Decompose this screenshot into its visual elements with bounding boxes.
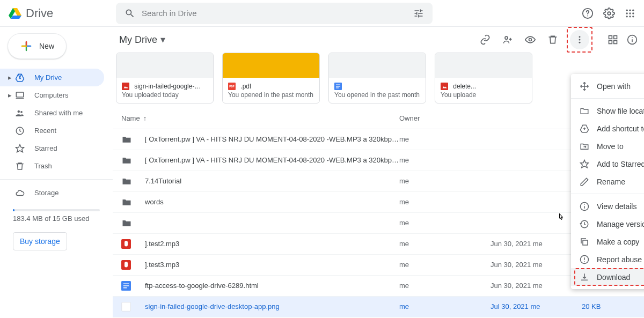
file-owner: me — [399, 135, 491, 143]
menu-report-abuse[interactable]: Report abuse — [571, 250, 644, 268]
svg-point-8 — [632, 9, 634, 11]
suggested-name: delete... — [453, 83, 476, 90]
suggested-card[interactable]: delete... You uploade — [435, 53, 532, 103]
suggested-card[interactable]: You opened in the past month — [328, 53, 426, 103]
sidebar-item-label: Recent — [34, 127, 56, 135]
location-dropdown[interactable]: My Drive ▾ — [119, 34, 165, 46]
settings-icon[interactable] — [603, 8, 615, 19]
file-row[interactable]: ].test2.mp3meJun 30, 2021 me2.8 MB — [113, 234, 644, 255]
info-icon[interactable] — [627, 34, 638, 45]
file-row[interactable]: [ OxTorrent.pw ] VA - HITS NRJ DU MOMENT… — [113, 150, 644, 171]
file-name: ].test3.mp3 — [141, 261, 399, 269]
shortcut-icon — [580, 124, 597, 134]
new-button[interactable]: New — [8, 33, 67, 59]
svg-point-4 — [587, 15, 588, 16]
sidebar-item-storage[interactable]: Storage — [0, 184, 104, 202]
divider — [0, 179, 113, 180]
sidebar-item-mydrive[interactable]: ▸ My Drive — [0, 69, 104, 86]
menu-label: Download — [597, 273, 630, 282]
svg-point-11 — [632, 12, 634, 14]
share-icon[interactable] — [502, 34, 513, 45]
file-row[interactable]: wordsme — [113, 192, 644, 213]
svg-rect-51 — [123, 285, 129, 286]
location-toolbar: My Drive ▾ — [113, 27, 644, 53]
file-row[interactable]: ].test3.mp3meJun 30, 2021 me3.1 MB — [113, 255, 644, 276]
folder-icon — [121, 176, 141, 187]
file-owner: me — [399, 156, 491, 164]
file-row[interactable]: sign-in-failed-google-drive-desktop-app.… — [113, 297, 644, 317]
item-actions — [480, 30, 638, 49]
history-icon — [580, 219, 597, 229]
column-name[interactable]: Name ↑ — [121, 114, 399, 122]
app-name: Drive — [26, 6, 53, 20]
svg-rect-30 — [609, 36, 612, 39]
grid-view-icon[interactable] — [608, 34, 618, 45]
preview-thumb — [116, 53, 213, 78]
file-row[interactable]: me — [113, 213, 644, 234]
menu-label: View details — [597, 202, 636, 211]
search-icon — [125, 8, 135, 19]
menu-move-to[interactable]: Move to — [571, 137, 644, 155]
sidebar-item-label: Shared with me — [34, 109, 83, 117]
menu-add-shortcut[interactable]: Add shortcut to Drive — [571, 120, 644, 137]
file-row[interactable]: ftp-access-to-google-drive-6289.htmlmeJu… — [113, 276, 644, 297]
svg-point-62 — [584, 204, 585, 205]
menu-label: Add shortcut to Drive — [597, 124, 644, 133]
suggested-sub: You opened in the past month — [228, 91, 314, 99]
help-icon[interactable] — [582, 8, 594, 19]
column-owner[interactable]: Owner — [399, 114, 491, 122]
drive-logo-icon — [9, 7, 21, 20]
remove-icon[interactable] — [547, 34, 558, 45]
suggested-card[interactable]: PDF .pdf You opened in the past month — [222, 53, 320, 103]
star-icon — [15, 144, 28, 153]
svg-point-29 — [579, 42, 581, 43]
file-date: Jun 30, 2021 me — [491, 282, 582, 290]
file-row[interactable]: 7.14Tutorialme — [113, 171, 644, 192]
view-icons — [608, 34, 638, 45]
buy-storage-button[interactable]: Buy storage — [13, 232, 67, 250]
menu-download[interactable]: Download — [571, 268, 644, 286]
preview-icon[interactable] — [525, 34, 536, 45]
menu-add-star[interactable]: Add to Starred — [571, 155, 644, 173]
context-menu: Open with › Show file location Add short… — [571, 74, 644, 289]
menu-rename[interactable]: Rename — [571, 173, 644, 190]
menu-view-details[interactable]: View details — [571, 197, 644, 215]
file-row[interactable]: [ OxTorrent.pw ] VA - HITS NRJ DU MOMENT… — [113, 129, 644, 150]
sidebar-item-trash[interactable]: Trash — [0, 157, 104, 175]
menu-open-with[interactable]: Open with › — [571, 77, 644, 95]
svg-point-10 — [629, 12, 631, 14]
menu-label: Move to — [597, 142, 624, 151]
svg-rect-33 — [614, 41, 617, 44]
svg-point-9 — [626, 12, 628, 14]
alert-icon — [580, 255, 597, 264]
sidebar-item-shared[interactable]: Shared with me — [0, 104, 104, 122]
tune-icon[interactable] — [413, 8, 424, 19]
folder-icon — [121, 155, 141, 166]
menu-make-copy[interactable]: Make a copy — [571, 233, 644, 250]
file-owner: me — [399, 177, 491, 185]
menu-manage-versions[interactable]: Manage versions — [571, 215, 644, 233]
info-icon — [580, 202, 597, 211]
file-owner: me — [399, 219, 491, 227]
search-bar[interactable] — [116, 3, 433, 24]
svg-point-19 — [18, 110, 20, 113]
sidebar-item-starred[interactable]: Starred — [0, 139, 104, 157]
caret-right-icon: ▸ — [6, 91, 13, 99]
suggested-card[interactable]: sign-in-failed-google-dri... You uploade… — [116, 53, 214, 103]
menu-label: Rename — [597, 178, 625, 186]
folder-icon — [121, 197, 141, 208]
menu-label: Manage versions — [597, 220, 644, 228]
apps-icon[interactable] — [625, 8, 635, 19]
more-actions-button[interactable] — [570, 30, 589, 49]
search-input[interactable] — [142, 9, 413, 18]
sidebar-item-computers[interactable]: ▸ Computers — [0, 86, 104, 104]
link-icon[interactable] — [480, 34, 491, 45]
file-name: ].test2.mp3 — [141, 240, 399, 248]
suggested-sub: You opened in the past month — [334, 91, 420, 99]
svg-point-28 — [579, 39, 581, 41]
menu-show-location[interactable]: Show file location — [571, 102, 644, 120]
people-icon — [15, 108, 28, 118]
sidebar-item-recent[interactable]: Recent — [0, 122, 104, 139]
svg-rect-44 — [336, 87, 339, 88]
folder-icon — [580, 106, 597, 116]
